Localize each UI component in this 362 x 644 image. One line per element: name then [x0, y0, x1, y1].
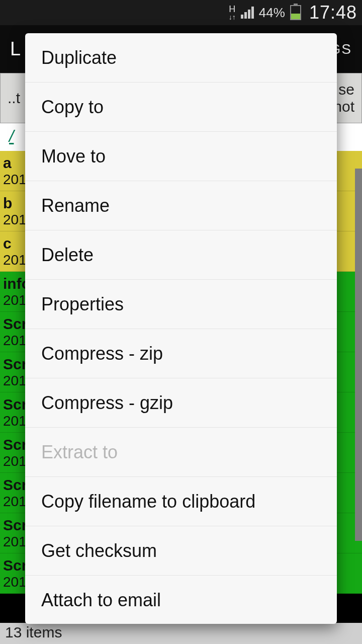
menu-item-label: Attach to email: [41, 590, 161, 611]
menu-item-delete[interactable]: Delete: [25, 230, 337, 280]
menu-item-label: Move to: [41, 146, 106, 167]
menu-item-attach-to-email[interactable]: Attach to email: [25, 576, 337, 624]
menu-item-get-checksum[interactable]: Get checksum: [25, 526, 337, 576]
menu-item-label: Compress - zip: [41, 343, 163, 364]
menu-item-label: Copy to: [41, 97, 104, 118]
menu-item-label: Compress - gzip: [41, 392, 173, 414]
menu-item-label: Rename: [41, 195, 110, 216]
menu-item-duplicate[interactable]: Duplicate: [25, 33, 337, 83]
menu-item-copy-to[interactable]: Copy to: [25, 83, 337, 132]
menu-item-rename[interactable]: Rename: [25, 181, 337, 230]
menu-item-label: Properties: [41, 294, 124, 315]
menu-item-label: Copy filename to clipboard: [41, 491, 255, 512]
menu-item-properties[interactable]: Properties: [25, 280, 337, 329]
menu-item-move-to[interactable]: Move to: [25, 132, 337, 181]
menu-item-label: Delete: [41, 245, 94, 266]
menu-item-compress-gzip[interactable]: Compress - gzip: [25, 378, 337, 428]
context-menu: DuplicateCopy toMove toRenameDeletePrope…: [25, 33, 337, 624]
modal-overlay[interactable]: DuplicateCopy toMove toRenameDeletePrope…: [0, 0, 362, 644]
menu-item-extract-to: Extract to: [25, 428, 337, 477]
menu-item-label: Extract to: [41, 442, 118, 463]
menu-item-copy-filename-to-clipboard[interactable]: Copy filename to clipboard: [25, 477, 337, 526]
menu-item-label: Get checksum: [41, 540, 157, 561]
menu-item-compress-zip[interactable]: Compress - zip: [25, 329, 337, 378]
menu-item-label: Duplicate: [41, 47, 117, 68]
